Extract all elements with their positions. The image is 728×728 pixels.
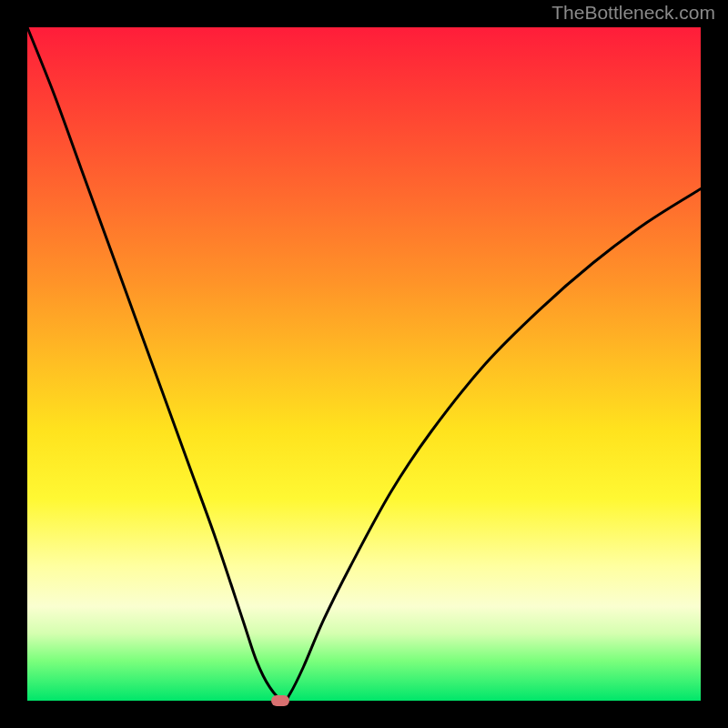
curve-svg bbox=[27, 27, 701, 701]
bottleneck-curve-path bbox=[27, 27, 701, 701]
plot-area bbox=[27, 27, 701, 701]
chart-frame: TheBottleneck.com bbox=[0, 0, 728, 728]
minimum-marker bbox=[271, 695, 289, 706]
watermark-text: TheBottleneck.com bbox=[551, 2, 715, 24]
